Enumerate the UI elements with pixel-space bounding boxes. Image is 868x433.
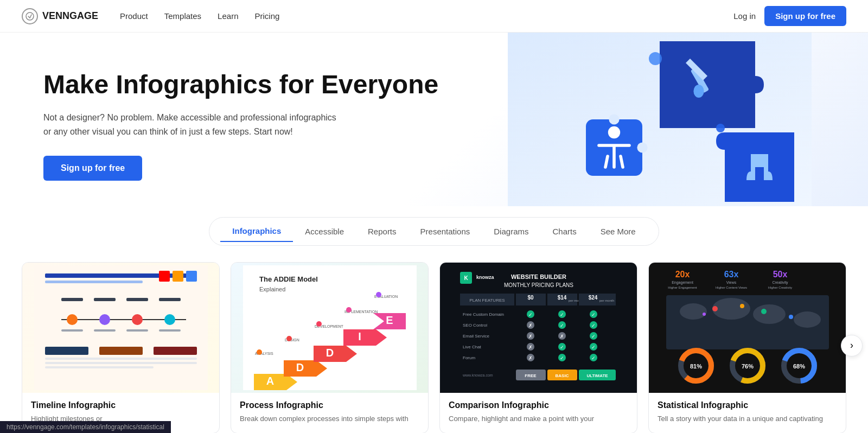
svg-text:ULTIMATE: ULTIMATE xyxy=(586,373,608,378)
svg-point-134 xyxy=(789,315,793,319)
svg-text:63x: 63x xyxy=(724,270,738,279)
svg-point-56 xyxy=(346,307,352,313)
svg-text:Views: Views xyxy=(726,281,736,284)
svg-point-131 xyxy=(712,306,718,311)
svg-text:✓: ✓ xyxy=(591,334,596,339)
cards-section: Timeline Infographic Highlight milestone… xyxy=(0,246,868,433)
card-comparison[interactable]: K knowza WEBSITE BUILDER MONTHLY PRICING… xyxy=(439,262,637,433)
svg-text:81%: 81% xyxy=(690,363,701,370)
svg-rect-15 xyxy=(186,271,197,282)
tabs-bar: Infographics Accessible Reports Presenta… xyxy=(209,217,659,246)
card-statistical[interactable]: 20x Engagement Higher Engagement 63x Vie… xyxy=(648,262,846,433)
svg-point-8 xyxy=(609,114,619,124)
svg-rect-25 xyxy=(61,329,83,332)
card-title-4: Statistical Infographic xyxy=(658,400,837,410)
svg-rect-30 xyxy=(99,347,143,355)
nav-links: Product Templates Learn Pricing xyxy=(120,11,279,21)
hero-text: Make Infographics for Everyone Not a des… xyxy=(43,69,473,181)
svg-text:$24: $24 xyxy=(588,295,597,301)
svg-text:✗: ✗ xyxy=(528,355,533,361)
svg-text:✓: ✓ xyxy=(528,312,533,317)
svg-text:I: I xyxy=(358,330,361,342)
svg-text:E: E xyxy=(386,314,393,326)
tab-accessible[interactable]: Accessible xyxy=(293,221,356,241)
svg-point-54 xyxy=(286,336,292,341)
svg-point-5 xyxy=(716,124,725,132)
cards-wrapper: Timeline Infographic Highlight milestone… xyxy=(0,246,868,433)
svg-text:Live Chat: Live Chat xyxy=(463,345,482,349)
tab-presentations[interactable]: Presentations xyxy=(409,221,482,241)
svg-text:knowza: knowza xyxy=(476,275,495,280)
svg-point-55 xyxy=(316,321,322,327)
svg-point-132 xyxy=(740,304,744,308)
svg-text:MONTHLY PRICING PLANS: MONTHLY PRICING PLANS xyxy=(504,282,573,288)
svg-rect-29 xyxy=(45,347,88,355)
svg-text:per month: per month xyxy=(599,299,614,302)
hero-subtitle: Not a designer? No problem. Make accessi… xyxy=(43,111,336,138)
card-thumbnail-4: 20x Engagement Higher Engagement 63x Vie… xyxy=(649,263,846,393)
svg-text:Email Service: Email Service xyxy=(463,334,489,339)
tab-infographics[interactable]: Infographics xyxy=(220,221,293,242)
svg-rect-22 xyxy=(94,298,116,301)
card-body-3: Comparison Infographic Compare, highligh… xyxy=(440,393,637,433)
logo-icon xyxy=(22,8,38,24)
svg-text:✓: ✓ xyxy=(591,312,596,317)
next-arrow-button[interactable]: › xyxy=(841,335,863,356)
card-process[interactable]: The ADDIE Model Explained A D D I xyxy=(231,262,429,433)
svg-rect-33 xyxy=(45,362,197,364)
svg-text:The ADDIE Model: The ADDIE Model xyxy=(259,275,318,283)
svg-rect-32 xyxy=(45,358,197,360)
nav-learn[interactable]: Learn xyxy=(218,11,238,21)
nav-product[interactable]: Product xyxy=(120,11,148,21)
svg-point-7 xyxy=(608,126,620,138)
nav-pricing[interactable]: Pricing xyxy=(254,11,279,21)
svg-text:PLAN FEATURES: PLAN FEATURES xyxy=(469,298,505,303)
tab-reports[interactable]: Reports xyxy=(356,221,409,241)
signup-button-nav[interactable]: Sign up for free xyxy=(764,6,846,26)
svg-rect-12 xyxy=(45,281,143,283)
svg-text:Engagement: Engagement xyxy=(672,281,693,285)
svg-rect-28 xyxy=(159,329,181,332)
svg-point-9 xyxy=(637,142,647,152)
svg-point-19 xyxy=(132,314,143,325)
card-desc-2: Break down complex processes into simple… xyxy=(240,413,419,424)
card-timeline[interactable]: Timeline Infographic Highlight milestone… xyxy=(22,262,220,433)
svg-text:✓: ✓ xyxy=(591,323,596,328)
svg-text:Higher Content Views: Higher Content Views xyxy=(716,286,747,289)
tab-diagrams[interactable]: Diagrams xyxy=(482,221,540,241)
nav-left: VENNGAGE Product Templates Learn Pricing xyxy=(22,8,279,24)
card-thumbnail-2: The ADDIE Model Explained A D D I xyxy=(231,263,428,393)
svg-point-129 xyxy=(753,304,786,324)
svg-point-135 xyxy=(703,313,706,316)
svg-text:20x: 20x xyxy=(675,270,690,279)
svg-rect-21 xyxy=(61,298,83,301)
login-button[interactable]: Log in xyxy=(733,11,756,21)
svg-text:✗: ✗ xyxy=(528,334,533,339)
svg-text:✓: ✓ xyxy=(560,323,564,328)
svg-rect-27 xyxy=(126,329,148,332)
nav-templates[interactable]: Templates xyxy=(164,11,201,21)
svg-text:✗: ✗ xyxy=(560,334,564,339)
svg-text:✓: ✓ xyxy=(591,345,596,350)
svg-text:Higher Creativity: Higher Creativity xyxy=(768,286,792,289)
navbar: VENNGAGE Product Templates Learn Pricing… xyxy=(0,0,868,33)
tab-see-more[interactable]: See More xyxy=(589,221,648,241)
svg-text:SEO Control: SEO Control xyxy=(463,323,487,328)
svg-text:✓: ✓ xyxy=(591,355,596,361)
tab-charts[interactable]: Charts xyxy=(540,221,588,241)
logo[interactable]: VENNGAGE xyxy=(22,8,98,24)
hero-title: Make Infographics for Everyone xyxy=(43,69,473,100)
svg-text:68%: 68% xyxy=(793,363,805,370)
card-desc-4: Tell a story with your data in a unique … xyxy=(658,413,837,424)
hero-cta-button[interactable]: Sign up for free xyxy=(43,156,142,181)
svg-point-53 xyxy=(257,349,262,355)
svg-text:A: A xyxy=(266,375,273,387)
card-body-2: Process Infographic Break down complex p… xyxy=(231,393,428,433)
svg-text:K: K xyxy=(464,275,468,281)
tabs-section: Infographics Accessible Reports Presenta… xyxy=(0,206,868,246)
card-thumbnail-3: K knowza WEBSITE BUILDER MONTHLY PRICING… xyxy=(440,263,637,393)
card-desc-3: Compare, highlight and make a point with… xyxy=(449,413,628,424)
svg-text:76%: 76% xyxy=(741,363,753,370)
card-title-3: Comparison Infographic xyxy=(449,400,628,410)
svg-point-127 xyxy=(680,303,707,320)
